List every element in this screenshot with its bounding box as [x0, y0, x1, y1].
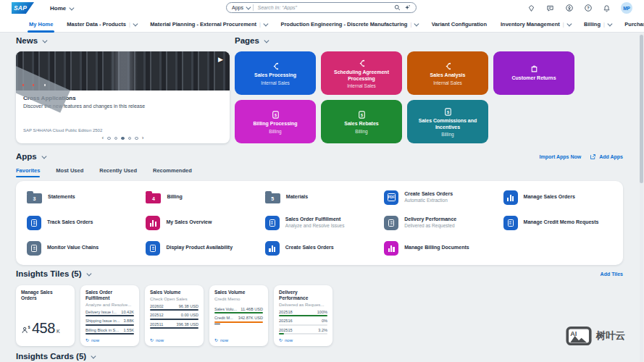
- insight-tile-delivery-performance[interactable]: Delivery Performance Delivered as Reques…: [274, 285, 333, 346]
- chevron-down-icon[interactable]: [43, 38, 47, 42]
- shell-actions: ? MP: [527, 2, 632, 14]
- apps-section: Apps Import Apps Now Add Apps Favorites …: [16, 152, 623, 265]
- search-bar[interactable]: Apps Search In: “Apps”: [226, 2, 417, 13]
- app-item-delivery-performance[interactable]: Delivery PerformanceDelivered as Request…: [379, 216, 498, 230]
- chevron-down-icon[interactable]: [91, 353, 96, 358]
- carousel-dot[interactable]: [114, 137, 118, 140]
- page-tile-scheduling-agreement[interactable]: Scheduling Agreement Processing Internal…: [321, 51, 402, 95]
- metric-row: 20260296.38 USD: [150, 304, 198, 311]
- search-icon[interactable]: [394, 4, 401, 11]
- tile-title: Sales Volume: [150, 290, 198, 295]
- search-scope-select[interactable]: Apps: [232, 5, 249, 10]
- apps-header[interactable]: Apps: [16, 152, 45, 161]
- app-item-manage-sales-orders[interactable]: Manage Sales Orders: [498, 190, 617, 205]
- page-tile-sales-processing[interactable]: Sales Processing Internal Sales: [235, 51, 316, 95]
- refresh-icon: ↻: [150, 337, 154, 342]
- insights-tiles-header[interactable]: Insights Tiles (5): [16, 269, 90, 278]
- app-item-sales-order-fulfillment[interactable]: Sales Order FulfillmentAnalyze and Resol…: [260, 216, 379, 230]
- help-icon[interactable]: ?: [583, 4, 593, 13]
- carousel-next-icon[interactable]: ›: [142, 135, 144, 141]
- import-apps-link[interactable]: Import Apps Now: [540, 154, 582, 159]
- ai-image-watermark-icon: AI: [566, 326, 592, 346]
- app-label: Materials: [286, 194, 308, 200]
- page-tile-sales-rebates[interactable]: $ Sales Rebates Billing: [321, 100, 402, 143]
- tab-favorites[interactable]: Favorites: [16, 167, 40, 177]
- page-tile-sales-analysis[interactable]: Sales Analysis Internal Sales: [407, 51, 488, 95]
- page-tile-sales-commissions[interactable]: $ Sales Commissions and Incentives Billi…: [407, 100, 488, 143]
- app-item-track-sales-orders[interactable]: Track Sales Orders: [22, 216, 141, 230]
- carousel-dot[interactable]: [135, 137, 138, 140]
- carousel-dot[interactable]: [107, 137, 111, 140]
- feedback-icon[interactable]: [545, 4, 555, 13]
- nav-item-inventory-management[interactable]: Inventory Management: [501, 21, 570, 28]
- tile-subtitle: Check Open Sales: [150, 296, 198, 301]
- metric-row: Sales Volu...11.46B USD: [214, 307, 263, 314]
- tab-most-used[interactable]: Most Used: [56, 167, 83, 177]
- insight-tile-sales-volume-open[interactable]: Sales Volume Check Open Sales 20260296.3…: [145, 285, 204, 346]
- app-item-create-sales-orders[interactable]: Create Sales Orders: [260, 241, 379, 256]
- refresh-link[interactable]: ↻now: [85, 337, 99, 342]
- app-item-display-product-availability[interactable]: Display Product Availability: [141, 241, 259, 256]
- app-item-manage-credit-memo[interactable]: Manage Credit Memo Requests: [498, 216, 617, 230]
- chevron-down-icon[interactable]: [86, 271, 91, 275]
- ai-search-icon[interactable]: [404, 4, 411, 11]
- section-title: News: [16, 36, 38, 45]
- app-item-materials[interactable]: 5 Materials: [260, 191, 379, 203]
- chevron-down-icon[interactable]: [42, 153, 46, 158]
- watermark: AI 树叶云: [566, 326, 626, 346]
- notifications-bell-icon[interactable]: [602, 4, 611, 13]
- insights-cards-header[interactable]: Insights Cards (5): [16, 352, 623, 361]
- insight-tile-sales-volume-credit[interactable]: Sales Volume Credit Memo Sales Volu...11…: [209, 285, 268, 346]
- news-section: News ▶ Cross Applications Discover the n…: [16, 36, 230, 143]
- nav-item-master-data-products[interactable]: Master Data - Products: [67, 21, 136, 28]
- tile-subtitle: Internal Sales: [347, 83, 376, 88]
- sap-logo[interactable]: SAP: [12, 2, 34, 14]
- chevron-down-icon[interactable]: [264, 38, 269, 42]
- refresh-link[interactable]: ↻now: [214, 337, 228, 342]
- product-switch[interactable]: Home: [50, 5, 73, 12]
- folder-icon: 3: [27, 193, 42, 203]
- nav-item-my-home[interactable]: My Home: [29, 21, 53, 28]
- carousel-dot[interactable]: [128, 137, 132, 140]
- nav-item-purchasing[interactable]: Purchasing: [624, 21, 644, 28]
- nav-item-billing[interactable]: Billing: [584, 21, 611, 28]
- app-item-statements[interactable]: 3 Statements: [22, 191, 141, 203]
- pages-header[interactable]: Pages: [235, 36, 630, 45]
- carousel-dot-active[interactable]: [121, 137, 125, 140]
- app-item-manage-billing-documents[interactable]: Manage Billing Documents: [379, 241, 498, 256]
- joule-assistant-icon[interactable]: [527, 4, 536, 13]
- add-apps-link[interactable]: Add Apps: [590, 153, 623, 160]
- carousel-prev-icon[interactable]: ‹: [102, 135, 104, 141]
- app-item-billing-folder[interactable]: 4 Billing: [141, 191, 259, 203]
- tab-recommended[interactable]: Recommended: [153, 167, 192, 177]
- app-item-monitor-value-chains[interactable]: Monitor Value Chains: [22, 241, 141, 256]
- refresh-link[interactable]: ↻now: [279, 337, 293, 342]
- news-card[interactable]: ▶ Cross Applications Discover the new fe…: [16, 51, 230, 143]
- tab-recently-used[interactable]: Recently Used: [99, 167, 137, 177]
- accessibility-icon[interactable]: [564, 4, 574, 13]
- refresh-link[interactable]: ↻now: [150, 337, 164, 342]
- nav-item-material-planning[interactable]: Material Planning - External Procurement: [150, 21, 267, 28]
- metric-row: 2025153.2%: [279, 328, 327, 335]
- insight-tile-manage-sales-orders[interactable]: Manage Sales Orders $ 458 K: [16, 285, 75, 346]
- app-item-my-sales-overview[interactable]: My Sales Overview: [141, 216, 259, 230]
- sales-lead-icon: [271, 61, 280, 71]
- news-header[interactable]: News: [16, 36, 230, 45]
- metric-row: Billing Block in S...1.55K: [85, 328, 134, 335]
- tile-title: Customer Returns: [511, 75, 556, 81]
- add-tiles-link[interactable]: Add Tiles: [601, 272, 623, 277]
- user-avatar[interactable]: MP: [621, 2, 632, 14]
- app-label: My Sales Overview: [166, 219, 212, 225]
- insights-tiles-row: Manage Sales Orders $ 458 K Sales Order …: [16, 285, 623, 346]
- insight-tile-sales-order-fulfillment[interactable]: Sales Order Fulfillment Analyze and Reso…: [80, 285, 139, 346]
- scrollbar-thumb[interactable]: [640, 35, 643, 183]
- nav-item-production-engineering[interactable]: Production Engineering - Discrete Manufa…: [280, 21, 417, 28]
- nav-item-variant-configuration[interactable]: Variant Configuration: [432, 21, 487, 28]
- nav-label: My Home: [29, 21, 53, 28]
- page-tile-billing-processing[interactable]: $ Billing Processing Billing: [235, 100, 316, 143]
- page-tile-customer-returns[interactable]: Customer Returns: [493, 51, 574, 95]
- app-item-create-sales-orders-auto[interactable]: PDF Create Sales OrdersAutomatic Extract…: [379, 190, 498, 205]
- search-input[interactable]: Search In: “Apps”: [257, 5, 390, 10]
- app-label: Manage Billing Documents: [404, 245, 469, 251]
- play-icon[interactable]: ▶: [218, 56, 223, 63]
